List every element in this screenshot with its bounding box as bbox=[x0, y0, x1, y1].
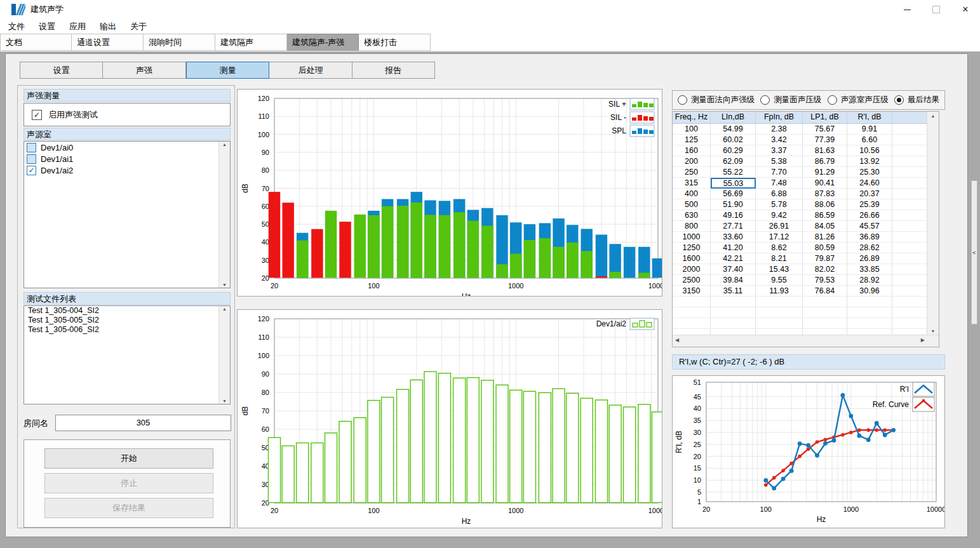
tab-建筑隔声-声强[interactable]: 建筑隔声-声强 bbox=[287, 34, 359, 51]
scroll-up-icon[interactable]: ▲ bbox=[219, 142, 230, 147]
table-cell[interactable] bbox=[847, 297, 892, 307]
table-row[interactable]: 10054.992.3875.679.91 bbox=[673, 124, 928, 135]
menu-item-2[interactable]: 设置 bbox=[32, 19, 62, 34]
table-cell[interactable]: 630 bbox=[673, 210, 711, 221]
tab-建筑隔声[interactable]: 建筑隔声 bbox=[215, 34, 287, 51]
table-cell[interactable]: 25.39 bbox=[847, 199, 892, 210]
table-row[interactable]: 50051.905.7888.0625.39 bbox=[673, 199, 928, 210]
scroll-down-icon[interactable]: ▼ bbox=[219, 399, 230, 403]
table-cell[interactable]: 82.02 bbox=[803, 264, 847, 275]
menu-item-1[interactable]: 文件 bbox=[1, 19, 32, 34]
table-cell[interactable]: 100 bbox=[673, 124, 711, 135]
radio-测量面声压级[interactable]: 测量面声压级 bbox=[760, 95, 821, 105]
table-cell[interactable]: 9.91 bbox=[847, 124, 892, 135]
table-cell[interactable]: 77.39 bbox=[803, 135, 847, 145]
tab-楼板打击[interactable]: 楼板打击 bbox=[359, 34, 431, 51]
table-cell[interactable]: 2500 bbox=[673, 275, 711, 286]
table-cell[interactable]: 6.60 bbox=[847, 135, 892, 145]
table-cell[interactable]: 9.55 bbox=[756, 275, 803, 286]
table-row[interactable]: 250039.849.5579.5328.92 bbox=[673, 275, 928, 286]
table-cell[interactable] bbox=[711, 307, 756, 318]
subtab-报告[interactable]: 报告 bbox=[352, 62, 435, 79]
table-cell[interactable] bbox=[847, 307, 892, 318]
table-row[interactable]: 160042.218.2179.8726.89 bbox=[673, 253, 928, 264]
table-header-cell[interactable]: Freq., Hz bbox=[673, 112, 711, 123]
table-cell[interactable]: 20.37 bbox=[847, 189, 892, 199]
table-cell[interactable] bbox=[803, 318, 847, 329]
table-cell[interactable]: 5.78 bbox=[756, 199, 803, 210]
table-horizontal-scrollbar[interactable]: ◀ ▶ bbox=[673, 335, 939, 347]
table-cell[interactable]: 8.21 bbox=[756, 253, 803, 264]
scroll-down-icon[interactable]: ▼ bbox=[219, 283, 230, 287]
table-cell[interactable]: 7.70 bbox=[756, 167, 803, 178]
table-header-cell[interactable]: R'I, dB bbox=[847, 112, 892, 123]
table-row[interactable]: 63049.169.4286.5926.66 bbox=[673, 210, 928, 221]
radio-selected-icon[interactable] bbox=[894, 95, 904, 105]
table-cell[interactable]: 25.30 bbox=[847, 167, 892, 178]
table-cell[interactable]: 86.59 bbox=[803, 210, 847, 221]
table-cell[interactable] bbox=[892, 189, 928, 199]
table-cell[interactable] bbox=[892, 307, 928, 318]
table-cell[interactable]: 250 bbox=[673, 167, 711, 178]
scroll-left-icon[interactable]: ◀ bbox=[675, 337, 679, 343]
table-cell[interactable]: 3.42 bbox=[756, 135, 803, 145]
table-header-cell[interactable]: LIn,dB bbox=[711, 112, 756, 123]
table-row-empty[interactable] bbox=[673, 318, 928, 329]
table-cell[interactable] bbox=[892, 297, 928, 307]
table-cell[interactable]: 86.79 bbox=[803, 156, 847, 167]
table-cell[interactable] bbox=[892, 243, 928, 253]
table-header-cell[interactable] bbox=[892, 112, 928, 123]
tab-通道设置[interactable]: 通道设置 bbox=[72, 34, 144, 51]
subtab-测量[interactable]: 测量 bbox=[186, 62, 269, 79]
menu-item-3[interactable]: 应用 bbox=[62, 19, 93, 34]
table-row[interactable]: 100033.6017.1281.2636.89 bbox=[673, 232, 928, 243]
table-cell[interactable]: 800 bbox=[673, 221, 711, 232]
file-list-scrollbar[interactable]: ▲ ▼ bbox=[218, 306, 230, 404]
radio-icon[interactable] bbox=[678, 95, 687, 105]
table-cell[interactable]: 33.85 bbox=[847, 264, 892, 275]
table-cell[interactable]: 42.21 bbox=[711, 253, 756, 264]
table-cell[interactable] bbox=[892, 210, 928, 221]
table-cell[interactable] bbox=[892, 135, 928, 145]
table-cell[interactable]: 26.91 bbox=[756, 221, 803, 232]
radio-最后结果[interactable]: 最后结果 bbox=[894, 95, 939, 105]
table-cell[interactable]: 87.83 bbox=[803, 189, 847, 199]
channel-item[interactable]: Dev1/ai0 bbox=[24, 142, 230, 153]
table-cell[interactable] bbox=[892, 264, 928, 275]
room-name-input[interactable]: 305 bbox=[55, 415, 231, 431]
table-cell[interactable]: 2.38 bbox=[756, 124, 803, 135]
table-cell[interactable]: 15.43 bbox=[756, 264, 803, 275]
table-cell[interactable]: 75.67 bbox=[803, 124, 847, 135]
table-row[interactable]: 125041.208.6280.5928.62 bbox=[673, 243, 928, 253]
table-cell[interactable]: 6.88 bbox=[756, 189, 803, 199]
table-cell[interactable]: 35.11 bbox=[711, 286, 756, 297]
close-button[interactable]: × bbox=[951, 0, 980, 19]
table-cell[interactable] bbox=[711, 318, 756, 329]
channel-checkbox[interactable]: ✓ bbox=[27, 166, 36, 175]
table-cell[interactable] bbox=[711, 297, 756, 307]
table-cell[interactable]: 3.37 bbox=[756, 145, 803, 156]
table-row[interactable]: 31555.037.4890.4124.60 bbox=[673, 178, 928, 189]
table-cell[interactable]: 90.41 bbox=[803, 178, 847, 189]
table-cell[interactable] bbox=[892, 232, 928, 243]
table-cell[interactable]: 8.62 bbox=[756, 243, 803, 253]
test-file-item[interactable]: Test 1_305-005_SI2 bbox=[24, 316, 230, 325]
table-cell[interactable]: 315 bbox=[673, 178, 711, 189]
table-cell[interactable]: 81.63 bbox=[803, 145, 847, 156]
table-cell[interactable]: 3150 bbox=[673, 286, 711, 297]
table-row-empty[interactable] bbox=[673, 307, 928, 318]
table-cell[interactable] bbox=[673, 297, 711, 307]
table-cell[interactable]: 60.29 bbox=[711, 145, 756, 156]
channel-item[interactable]: Dev1/ai1 bbox=[24, 153, 230, 164]
table-cell[interactable]: 41.20 bbox=[711, 243, 756, 253]
table-cell[interactable]: 36.89 bbox=[847, 232, 892, 243]
table-header-cell[interactable]: LP1, dB bbox=[803, 112, 847, 123]
radio-icon[interactable] bbox=[760, 95, 770, 105]
table-cell[interactable]: 79.53 bbox=[803, 275, 847, 286]
enable-intensity-row[interactable]: ✓ 启用声强测试 bbox=[24, 104, 230, 126]
enable-intensity-checkbox[interactable]: ✓ bbox=[32, 110, 42, 120]
channel-checkbox[interactable] bbox=[27, 154, 36, 164]
table-cell[interactable]: 160 bbox=[673, 145, 711, 156]
table-cell[interactable]: 91.29 bbox=[803, 167, 847, 178]
table-cell[interactable]: 13.92 bbox=[847, 156, 892, 167]
